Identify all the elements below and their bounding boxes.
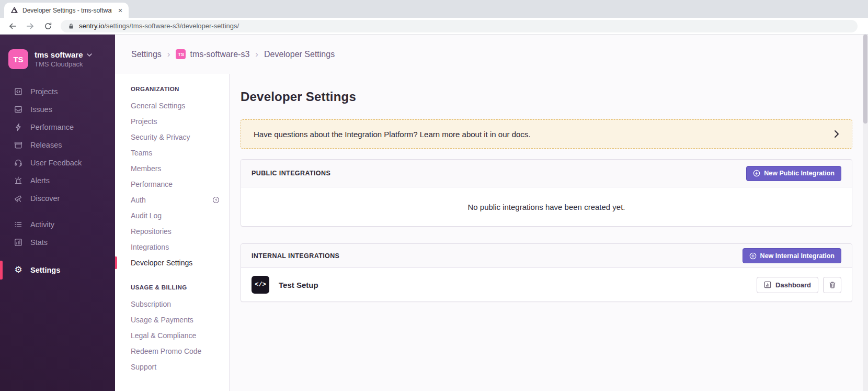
org-name: tms software [35, 50, 83, 59]
browser-tabstrip: Developer Settings - tms-softwar ✕ [0, 0, 868, 18]
breadcrumb-org-label: tms-software-s3 [190, 50, 249, 59]
settings-nav-support[interactable]: Support [115, 359, 229, 375]
forward-icon[interactable] [25, 21, 36, 31]
settings-nav-legal-compliance[interactable]: Legal & Compliance [115, 328, 229, 343]
integration-row: </> Test Setup Dashboard [241, 268, 852, 301]
primary-sidebar: TS tms software TMS Cloudpack Projects I… [0, 35, 115, 391]
projects-icon [14, 87, 23, 96]
settings-nav-members[interactable]: Members [115, 161, 229, 176]
sidebar-item-label: Performance [30, 123, 74, 131]
bar-chart-icon [14, 238, 23, 247]
sidebar-item-discover[interactable]: Discover [0, 189, 115, 207]
siren-icon [14, 176, 23, 185]
telescope-icon [14, 194, 23, 203]
url-text: sentry.io/settings/tms-software-s3/devel… [79, 22, 239, 30]
public-integrations-empty-text: No public integrations have been created… [241, 187, 852, 226]
issues-icon [14, 105, 23, 114]
dashboard-chart-icon [764, 281, 771, 288]
dashboard-button[interactable]: Dashboard [757, 277, 818, 293]
internal-integrations-header: INTERNAL INTEGRATIONS New Internal Integ… [241, 244, 852, 268]
chevron-right-icon [834, 130, 839, 138]
sidebar-item-releases[interactable]: Releases [0, 136, 115, 154]
settings-nav-repositories[interactable]: Repositories [115, 224, 229, 239]
breadcrumb-developer-settings[interactable]: Developer Settings [264, 50, 335, 59]
org-subtitle: TMS Cloudpack [35, 60, 92, 68]
archive-icon [14, 140, 23, 150]
sidebar-item-projects[interactable]: Projects [0, 83, 115, 100]
sidebar-item-label: Alerts [30, 176, 50, 185]
url-domain: sentry.io [79, 22, 104, 30]
breadcrumb-separator: › [255, 49, 258, 60]
sidebar-item-label: Projects [30, 87, 58, 96]
breadcrumb-separator: › [167, 49, 170, 60]
back-icon[interactable] [7, 21, 18, 31]
settings-nav-section-title: ORGANIZATION [115, 86, 229, 92]
breadcrumb: Settings › TS tms-software-s3 › Develope… [115, 35, 868, 74]
org-avatar: TS [8, 49, 28, 69]
sidebar-item-stats[interactable]: Stats [0, 233, 115, 251]
sidebar-item-performance[interactable]: Performance [0, 118, 115, 136]
settings-nav-projects[interactable]: Projects [115, 114, 229, 129]
org-switcher[interactable]: TS tms software TMS Cloudpack [0, 49, 115, 69]
sidebar-item-activity[interactable]: Activity [0, 216, 115, 233]
lightning-icon [14, 122, 23, 132]
sidebar-item-alerts[interactable]: Alerts [0, 172, 115, 189]
breadcrumb-org[interactable]: TS tms-software-s3 [176, 49, 249, 59]
sidebar-item-label: Discover [30, 194, 60, 203]
page-scrollbar[interactable] [863, 35, 868, 391]
org-mini-badge: TS [176, 49, 186, 59]
new-public-integration-button[interactable]: New Public Integration [746, 166, 841, 181]
settings-nav: ORGANIZATION General Settings Projects S… [115, 74, 230, 391]
settings-nav-redeem-promo-code[interactable]: Redeem Promo Code [115, 343, 229, 359]
settings-nav-section-title: USAGE & BILLING [115, 284, 229, 291]
settings-nav-usage-payments[interactable]: Usage & Payments [115, 312, 229, 328]
internal-integrations-panel: INTERNAL INTEGRATIONS New Internal Integ… [241, 243, 852, 302]
settings-nav-audit-log[interactable]: Audit Log [115, 208, 229, 224]
lock-icon [68, 23, 74, 29]
panel-title: PUBLIC INTEGRATIONS [252, 170, 330, 177]
sidebar-item-label: Releases [30, 141, 62, 149]
sidebar-item-user-feedback[interactable]: User Feedback [0, 154, 115, 172]
integration-platform-banner[interactable]: Have questions about the Integration Pla… [241, 119, 852, 149]
sidebar-item-label: Activity [30, 220, 54, 229]
activity-list-icon [14, 220, 23, 229]
browser-toolbar: sentry.io/settings/tms-software-s3/devel… [0, 18, 868, 35]
browser-tab[interactable]: Developer Settings - tms-softwar ✕ [4, 3, 129, 18]
sidebar-item-label: Issues [30, 105, 52, 114]
sidebar-item-label: User Feedback [30, 159, 82, 167]
gear-icon: ⚙ [14, 265, 23, 275]
main-content: Developer Settings Have questions about … [230, 74, 868, 391]
settings-nav-security-privacy[interactable]: Security & Privacy [115, 129, 229, 145]
sentry-favicon [10, 6, 18, 14]
page-title: Developer Settings [241, 90, 852, 104]
settings-nav-subscription[interactable]: Subscription [115, 296, 229, 312]
settings-nav-auth[interactable]: Auth [115, 192, 229, 208]
sidebar-item-settings[interactable]: ⚙ Settings [0, 260, 115, 281]
new-internal-integration-button[interactable]: New Internal Integration [743, 248, 841, 263]
settings-nav-performance[interactable]: Performance [115, 176, 229, 192]
scrollbar-thumb[interactable] [863, 35, 867, 124]
headset-icon [14, 158, 23, 167]
plus-circle-icon [749, 252, 757, 260]
reload-icon[interactable] [43, 21, 53, 31]
settings-nav-developer-settings[interactable]: Developer Settings [115, 255, 229, 271]
integration-name: Test Setup [279, 281, 318, 289]
sidebar-item-label: Settings [30, 266, 60, 274]
tab-close-icon[interactable]: ✕ [116, 6, 124, 15]
settings-nav-integrations[interactable]: Integrations [115, 239, 229, 255]
breadcrumb-settings[interactable]: Settings [131, 50, 162, 59]
public-integrations-header: PUBLIC INTEGRATIONS New Public Integrati… [241, 160, 852, 187]
settings-nav-general-settings[interactable]: General Settings [115, 98, 229, 114]
settings-nav-teams[interactable]: Teams [115, 145, 229, 161]
public-integrations-panel: PUBLIC INTEGRATIONS New Public Integrati… [241, 159, 852, 227]
sidebar-item-label: Stats [30, 238, 48, 247]
business-upsell-icon [212, 196, 220, 204]
address-bar[interactable]: sentry.io/settings/tms-software-s3/devel… [61, 20, 858, 32]
url-path: /settings/tms-software-s3/developer-sett… [104, 22, 239, 30]
delete-integration-button[interactable] [823, 277, 841, 293]
banner-text: Have questions about the Integration Pla… [254, 130, 530, 139]
sidebar-item-issues[interactable]: Issues [0, 100, 115, 118]
tab-title: Developer Settings - tms-softwar [22, 7, 112, 14]
plus-circle-icon [753, 170, 760, 177]
panel-title: INTERNAL INTEGRATIONS [252, 252, 339, 260]
